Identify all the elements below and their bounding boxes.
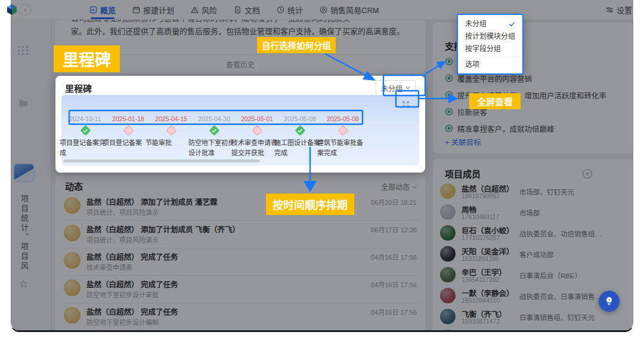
member-row[interactable]: 天阳（吴金洋）15311891386客户成功部 bbox=[440, 245, 627, 266]
apps-grid-icon[interactable] bbox=[17, 44, 30, 57]
activity-filter-button[interactable]: 全部动态 bbox=[381, 182, 417, 192]
divider bbox=[458, 57, 522, 57]
milestone-item[interactable]: 2025-05-08建筑节能审批备案完成 bbox=[316, 115, 370, 158]
activity-row[interactable]: 盐然（白超然） 完成了任务技术审查申请表04月16日 17:56 bbox=[61, 248, 419, 275]
member-row[interactable]: 飞衡（齐飞）15910871472日事清销售组、钉钉天元 bbox=[440, 308, 627, 328]
add-member-button[interactable] bbox=[582, 168, 593, 179]
annotation-label-group: 自行选择如何分组 bbox=[257, 37, 336, 53]
left-sidebar: 项目统计、项目风 bbox=[11, 19, 51, 330]
goal-label: 精准拿捏客户，成就功倍巅峰 bbox=[457, 123, 555, 134]
activity-time: 04月16日 17:56 bbox=[371, 279, 417, 289]
activity-row[interactable]: 盐然（白超然） 完成了任务防空地下室初步设计编制04月16日 17:56 bbox=[61, 303, 419, 330]
avatar bbox=[64, 197, 80, 214]
divider bbox=[61, 330, 419, 331]
activity-subtext: 项目统计、项目风险演示 bbox=[86, 207, 159, 217]
nav-tab-文档[interactable]: 文档 bbox=[234, 0, 260, 19]
activity-row[interactable]: 盐然（白超然） 完成了任务 bbox=[61, 330, 419, 332]
annotation-label-order: 按时间顺序排期 bbox=[266, 193, 354, 215]
activity-feed-card: 动态 全部动态 盐然（白超然） 添加了计划成员 潘艺霖项目统计、项目风险演示06… bbox=[55, 175, 425, 332]
member-phone: 13654117282 bbox=[462, 276, 499, 283]
member-phone: 18610790051 bbox=[462, 192, 500, 199]
goal-item[interactable]: 精准拿捏客户，成就功倍巅峰 bbox=[445, 122, 555, 134]
nav-tab-label: 报建计划 bbox=[143, 4, 174, 16]
milestone-pending-icon bbox=[123, 125, 134, 136]
target-icon bbox=[445, 107, 453, 116]
menu-item-label: 未分组 bbox=[465, 18, 487, 30]
fullscreen-expand-icon[interactable] bbox=[398, 98, 413, 110]
activity-text: 盐然（白超然） 添加了计划成员 飞衡（齐飞） bbox=[86, 223, 240, 235]
milestone-date: 2025-05-08 bbox=[316, 115, 370, 122]
nav-tab-统计[interactable]: 统计 bbox=[277, 0, 303, 19]
nav-tab-概览[interactable]: 概览 bbox=[89, 0, 116, 19]
project-thumbnail[interactable] bbox=[14, 164, 33, 181]
avatar bbox=[64, 307, 80, 324]
settings-button[interactable]: 设置 bbox=[606, 0, 632, 19]
activity-subtext: 防空地下室初步设计编制 bbox=[86, 317, 159, 327]
link-goal-button[interactable]: + 关联目标 bbox=[445, 136, 481, 148]
member-dept: 市场部 bbox=[519, 208, 540, 217]
avatar bbox=[440, 204, 456, 220]
overview-icon bbox=[89, 6, 97, 14]
milestone-title: 里程碑 bbox=[65, 82, 92, 94]
group-by-button[interactable]: 未分组 bbox=[376, 80, 416, 96]
activity-subtext: 项目统计、项目风险演示 bbox=[86, 235, 159, 244]
nav-tab-报建计划[interactable]: 报建计划 bbox=[132, 0, 174, 19]
activity-row[interactable]: 盐然（白超然） 添加了计划成员 飞衡（齐飞）项目统计、项目风险演示06月17日 … bbox=[61, 220, 419, 248]
avatar bbox=[440, 288, 456, 303]
menu-item-label: 按计划模块分组 bbox=[465, 30, 515, 43]
guide-lightbulb-button[interactable] bbox=[599, 291, 620, 312]
nav-tab-label: 概览 bbox=[100, 4, 116, 16]
avatar bbox=[64, 225, 80, 241]
milestone-pending-icon bbox=[338, 125, 348, 136]
member-dept: 战执委员会、功倍销售组… bbox=[519, 229, 602, 238]
activity-subtext: 防空地下室初步设计审批 bbox=[86, 290, 159, 299]
activity-text: 盐然（白超然） 添加了计划成员 潘艺霖 bbox=[86, 196, 217, 207]
member-row[interactable]: 周畅17610469117市场部 bbox=[440, 204, 627, 224]
member-row[interactable]: 巨石（袁小蛟）17710376397战执委员会、功倍销售组… bbox=[440, 225, 627, 245]
chevron-down-icon bbox=[412, 185, 417, 189]
member-dept: 市场部、钉钉天元 bbox=[519, 187, 574, 196]
nav-tab-风险[interactable]: 风险 bbox=[191, 0, 217, 19]
activity-row[interactable]: 盐然（白超然） 完成了任务防空地下室初步设计审批04月16日 17:56 bbox=[61, 275, 419, 303]
collapse-chevron-icon[interactable]: › bbox=[20, 5, 30, 15]
avatar bbox=[440, 267, 456, 282]
member-dept: 客户成功部 bbox=[519, 250, 554, 259]
annotation-label-milestone: 里程碑 bbox=[54, 45, 120, 72]
menu-item-按字段分组[interactable]: 按字段分组 bbox=[458, 43, 522, 56]
plan-icon bbox=[132, 6, 140, 14]
app-logo[interactable] bbox=[5, 3, 19, 17]
menu-item-未分组[interactable]: 未分组 bbox=[458, 18, 522, 30]
favorite-star-icon[interactable] bbox=[17, 277, 30, 290]
nav-tab-销售简易CRM[interactable]: 销售简易CRM bbox=[320, 0, 379, 19]
avatar bbox=[64, 279, 80, 296]
menu-item-选项[interactable]: 选项 bbox=[458, 59, 522, 71]
activity-row[interactable]: 盐然（白超然） 添加了计划成员 潘艺霖项目统计、项目风险演示06月20日 18:… bbox=[61, 193, 419, 220]
horizontal-scrollbar[interactable] bbox=[63, 159, 260, 162]
doc-icon bbox=[234, 6, 242, 14]
milestone-card: 里程碑 未分组 2024-10-11项目登记备案完成2025-01-18项目登记… bbox=[55, 76, 425, 173]
activity-time: 04月16日 17:56 bbox=[371, 252, 417, 262]
member-row[interactable]: 盐然（白超然）18610790051市场部、钉钉天元 bbox=[440, 183, 627, 203]
nav-tab-label: 销售简易CRM bbox=[330, 4, 379, 16]
annotation-label-fullscreen: 全屏查看 bbox=[469, 93, 521, 109]
active-tab-underline bbox=[91, 17, 114, 19]
member-phone: 18613884310 bbox=[462, 297, 500, 304]
activity-filter-label: 全部动态 bbox=[381, 182, 410, 192]
check-icon bbox=[509, 21, 515, 27]
stats-icon bbox=[277, 6, 284, 14]
nav-tabs: 概览报建计划风险文档统计销售简易CRM bbox=[89, 0, 379, 19]
member-dept: 日事清销售组、钉钉天元 bbox=[519, 312, 595, 322]
menu-item-按计划模块分组[interactable]: 按计划模块分组 bbox=[458, 30, 522, 43]
milestone-done-icon bbox=[209, 125, 219, 136]
nav-tab-label: 统计 bbox=[287, 4, 303, 16]
target-icon bbox=[445, 57, 453, 66]
folder-icon[interactable] bbox=[17, 96, 30, 109]
member-row[interactable]: 辛巴（王宇）13654117282日事清后台（RBE） bbox=[440, 266, 627, 287]
group-by-dropdown-menu: 未分组按计划模块分组按字段分组选项 bbox=[457, 14, 524, 75]
lightbulb-icon bbox=[604, 296, 614, 306]
nav-tab-label: 风险 bbox=[202, 4, 217, 16]
project-name-vertical[interactable]: 项目统计、项目风 bbox=[15, 195, 33, 271]
member-row[interactable]: 潘艺霖 bbox=[440, 329, 627, 332]
settings-label: 设置 bbox=[617, 4, 632, 16]
avatar bbox=[440, 330, 456, 332]
